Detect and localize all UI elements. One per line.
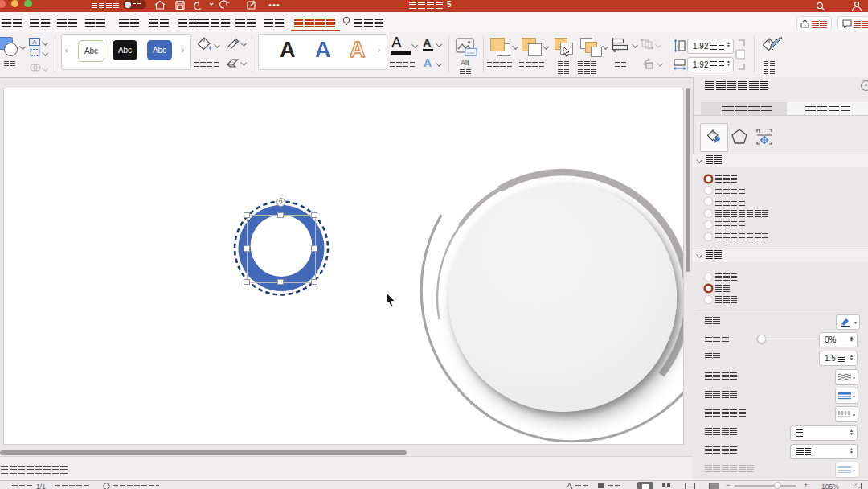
svg-text:A: A	[32, 39, 37, 46]
